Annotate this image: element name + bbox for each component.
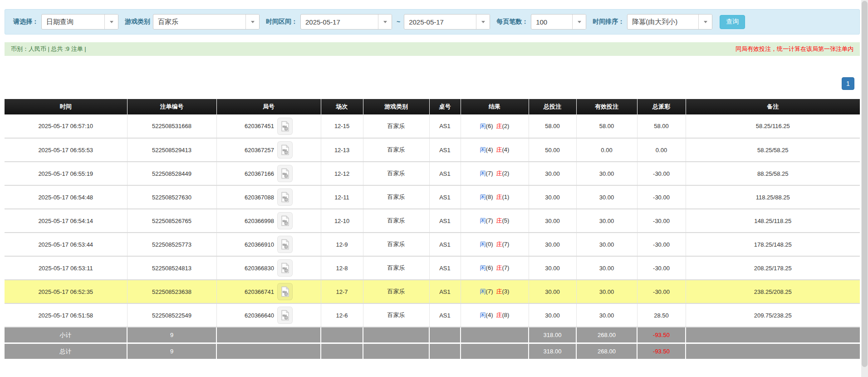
video-replay-button[interactable]	[277, 307, 293, 324]
video-file-icon	[280, 144, 289, 155]
note: 58.25/116.25	[686, 114, 860, 138]
bet-time: 2025-05-17 06:53:11	[5, 256, 127, 280]
video-replay-button[interactable]	[277, 165, 293, 182]
result-cell: 闲(7)庄(2)	[461, 162, 529, 185]
player-label: 闲	[480, 193, 486, 200]
valid-bet: 58.00	[576, 114, 637, 138]
bet-time: 2025-05-17 06:54:14	[5, 209, 127, 233]
date-range-label: 时间区间：	[266, 18, 298, 26]
total-valid-bet: 268.00	[576, 343, 637, 360]
session: 12-8	[321, 256, 363, 280]
bet-id: 522508531668	[127, 114, 216, 138]
payout: 58.00	[637, 114, 686, 138]
player-label: 闲	[480, 264, 486, 271]
query-type-dropdown[interactable]: 日期查询	[41, 14, 118, 30]
banker-label: 庄	[496, 288, 502, 295]
video-replay-button[interactable]	[277, 283, 293, 300]
chevron-down-icon[interactable]	[245, 15, 259, 29]
date-to-dropdown[interactable]: 2025-05-17	[404, 14, 490, 30]
video-replay-button[interactable]	[277, 259, 293, 277]
page-size-value: 100	[531, 15, 572, 29]
bet-id: 522508523638	[127, 280, 216, 303]
round-number: 620367451	[245, 123, 274, 129]
total-payout: -93.50	[637, 343, 686, 360]
note: 238.25/208.25	[686, 280, 860, 303]
player-score: (7)	[486, 217, 493, 224]
video-replay-button[interactable]	[277, 188, 293, 206]
banker-label: 庄	[496, 264, 502, 271]
subtotal-label: 小计	[5, 327, 127, 343]
chevron-down-icon[interactable]	[476, 15, 490, 29]
result-cell: 闲(6)庄(7)	[461, 256, 529, 280]
chevron-down-icon[interactable]	[572, 15, 586, 29]
chevron-down-icon[interactable]	[698, 15, 712, 29]
game-type-label: 游戏类别	[125, 18, 150, 26]
table-number: AS1	[429, 303, 461, 327]
video-replay-button[interactable]	[277, 141, 293, 159]
result-cell: 闲(7)庄(5)	[461, 209, 529, 233]
bets-table: 时间 注单编号 局号 场次 游戏类别 桌号 结果 总投注 有效投注 总派彩 备注…	[5, 99, 860, 360]
chevron-down-icon[interactable]	[378, 15, 392, 29]
player-label: 闲	[480, 241, 486, 248]
time-sort-value: 降冪(由大到小)	[628, 15, 698, 29]
player-label: 闲	[480, 288, 486, 295]
payout: -30.00	[637, 280, 686, 303]
video-file-icon	[280, 168, 289, 179]
total-bet: 30.00	[529, 185, 576, 209]
range-tilde: ~	[397, 18, 400, 25]
round-cell: 620366910	[216, 233, 321, 256]
scrollbar[interactable]	[861, 0, 868, 377]
round-cell: 620367088	[216, 185, 321, 209]
total-bet: 30.00	[529, 303, 576, 327]
player-label: 闲	[480, 217, 486, 224]
page-size-label: 每页笔数：	[496, 18, 528, 26]
total-bet: 30.00	[529, 233, 576, 256]
game-type: 百家乐	[363, 280, 429, 303]
banker-score: (3)	[502, 288, 510, 295]
banker-label: 庄	[496, 193, 502, 200]
scrollbar-thumb[interactable]	[862, 1, 868, 367]
game-type-dropdown[interactable]: 百家乐	[153, 14, 260, 30]
time-sort-dropdown[interactable]: 降冪(由大到小)	[627, 14, 712, 30]
video-replay-button[interactable]	[277, 236, 293, 253]
player-score: (7)	[486, 288, 493, 295]
game-type: 百家乐	[363, 256, 429, 280]
table-number: AS1	[429, 138, 461, 162]
result-cell: 闲(7)庄(3)	[461, 280, 529, 303]
round-number: 620366830	[245, 265, 274, 272]
banker-score: (2)	[502, 123, 510, 129]
player-score: (6)	[486, 123, 493, 129]
table-row: 2025-05-17 06:52:35 522508523638 6203667…	[5, 280, 860, 303]
valid-bet: 30.00	[576, 303, 637, 327]
video-replay-button[interactable]	[277, 118, 293, 135]
game-type: 百家乐	[363, 209, 429, 233]
bet-time: 2025-05-17 06:55:53	[5, 138, 127, 162]
game-type: 百家乐	[363, 138, 429, 162]
game-type: 百家乐	[363, 114, 429, 138]
banker-score: (4)	[502, 146, 510, 153]
pagination: 1	[842, 77, 854, 90]
table-row: 2025-05-17 06:57:10 522508531668 6203674…	[5, 114, 860, 138]
video-replay-button[interactable]	[277, 212, 293, 229]
note: 178.25/148.25	[686, 233, 860, 256]
payout: -30.00	[637, 233, 686, 256]
date-from-dropdown[interactable]: 2025-05-17	[300, 14, 392, 30]
game-type: 百家乐	[363, 303, 429, 327]
page-1-button[interactable]: 1	[842, 77, 854, 90]
game-type: 百家乐	[363, 162, 429, 185]
round-cell: 620366741	[216, 280, 321, 303]
table-row: 2025-05-17 06:53:11 522508524813 6203668…	[5, 256, 860, 280]
player-score: (4)	[486, 146, 493, 153]
note: 58.25/58.25	[686, 138, 860, 162]
bet-id: 522508526765	[127, 209, 216, 233]
valid-bet: 0.00	[576, 138, 637, 162]
total-total-bet: 318.00	[529, 343, 576, 360]
page-size-dropdown[interactable]: 100	[531, 14, 586, 30]
valid-bet: 30.00	[576, 185, 637, 209]
col-round: 局号	[216, 99, 321, 114]
chevron-down-icon[interactable]	[104, 15, 118, 29]
result-cell: 闲(4)庄(8)	[461, 303, 529, 327]
search-button[interactable]: 查询	[720, 15, 745, 29]
col-game-type: 游戏类别	[363, 99, 429, 114]
filter-bar: 请选择： 日期查询 游戏类别 百家乐 时间区间： 2025-05-17 ~ 20…	[5, 9, 860, 35]
